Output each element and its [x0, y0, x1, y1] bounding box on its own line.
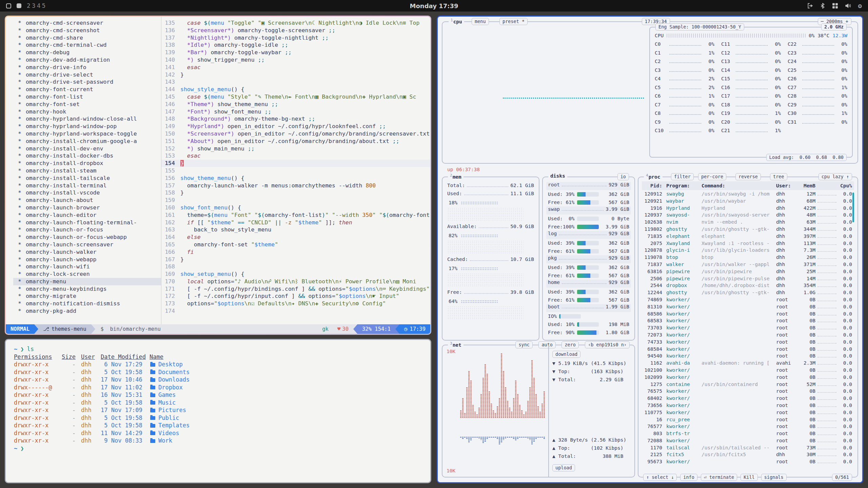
workspace-3[interactable]: 3 [32, 2, 36, 9]
process-row[interactable]: 12244ghostty/usr/bin/ghostty --gtk-dhh1.… [642, 290, 854, 297]
file-list-item[interactable]: *omarchy-install-dev-env [13, 145, 161, 152]
process-row[interactable]: 71835elephantelephantdhh397M0.0 [642, 233, 854, 241]
file-list-item[interactable]: *omarchy-font-set [13, 101, 161, 108]
process-row[interactable]: 1162avahi-daavahi-daemon: running [avahi… [642, 360, 854, 367]
file-list-item[interactable]: *omarchy-launch-floating-terminal- [13, 219, 161, 226]
file-list-item[interactable]: *omarchy-launch-about [13, 197, 161, 204]
file-list-item[interactable]: *omarchy-drive-select [13, 71, 161, 79]
code-line[interactable]: 168 [161, 263, 430, 270]
file-list-item[interactable]: *omarchy-notification-dismiss [13, 300, 161, 307]
file-list-item[interactable]: *omarchy-launch-walker [13, 248, 161, 256]
select-button[interactable]: ↑ select ↓ [643, 474, 677, 481]
code-line[interactable]: 142} [161, 71, 430, 79]
file-list-item[interactable]: *omarchy-launch-webapp [13, 256, 161, 263]
workspace-4[interactable]: 4 [37, 2, 41, 9]
code-editor[interactable]: 135 case $(menu "Toggle" "▣ Screensaver\… [161, 17, 430, 324]
code-line[interactable]: 139 *Bar*) omarchy-toggle-waybar ;; [161, 49, 430, 56]
process-row[interactable]: 803btrfs-trroot0B0.0 [642, 431, 854, 438]
file-list-item[interactable]: *omarchy-debug [13, 49, 161, 56]
process-row[interactable]: 76575kworker/root0B0.0 [642, 388, 854, 395]
code-line[interactable]: 147 *Font*) show_font_menu ;; [161, 108, 430, 116]
terminate-button[interactable]: ⏎ terminate [701, 474, 737, 481]
menu-button[interactable]: menu [472, 18, 489, 25]
code-line[interactable]: 161 theme=$(menu "Font" "$(omarchy-font-… [161, 211, 430, 219]
settings-gear-icon[interactable]: ⚙ [858, 3, 862, 9]
code-line[interactable]: 148 *Background*) omarchy-theme-bg-next … [161, 115, 430, 123]
code-line[interactable]: 158} [161, 189, 430, 197]
process-row[interactable]: 120878glycin-i/usr/lib/glycin-loadersdhh… [642, 247, 854, 255]
info-button[interactable]: info [680, 474, 697, 481]
code-line[interactable]: 145 case $(menu "Style" "✎ Theme\n✒ Font… [161, 93, 430, 101]
code-line[interactable]: 171 [ -f ~/.config/hypr/bindings.conf ] … [161, 285, 430, 293]
code-line[interactable]: 172 [ -f ~/.config/hypr/input.conf ] && … [161, 292, 430, 300]
code-line[interactable]: 141 esac [161, 64, 430, 71]
process-row[interactable]: 102638nvimnvim --embed .dhh63M0.0 [642, 219, 854, 226]
file-list-item[interactable]: *omarchy-migrate [13, 292, 161, 300]
file-list-item[interactable]: *omarchy-menu-keybindings [13, 285, 161, 293]
process-row[interactable]: 120937swayosd-/usr/bin/swayosd-serverdhh… [642, 212, 854, 219]
process-row[interactable]: 1275containe/usr/bin/containerdroot52M0.… [642, 382, 854, 389]
process-row[interactable]: 16rcu_preeroot0B0.0 [642, 417, 854, 424]
file-list-item[interactable]: *omarchy-pkg-add [13, 307, 161, 315]
code-line[interactable]: 162 if [[ "$theme" == "CNCLD" || -z "$th… [161, 219, 430, 226]
file-list-item[interactable]: *omarchy-drive-set-password [13, 78, 161, 86]
code-line[interactable]: 135 case $(menu "Toggle" "▣ Screensaver\… [161, 19, 430, 27]
process-row[interactable]: 71837walker/usr/bin/walker --gappldhh371… [642, 262, 854, 269]
process-row[interactable]: 110775kworker/root0B0.0 [642, 410, 854, 417]
workspace-2[interactable]: 2 [27, 2, 31, 9]
preset-button[interactable]: preset * [499, 18, 528, 25]
neovim-window[interactable]: *omarchy-cmd-screensaver*omarchy-cmd-scr… [5, 16, 431, 335]
process-row[interactable]: 120921waybar/usr/bin/waybardhh68M0.0 [642, 198, 854, 205]
file-list-item[interactable]: *omarchy-lock-screen [13, 270, 161, 278]
code-line[interactable]: 152 *) show_main_menu ;; [161, 145, 430, 152]
code-line[interactable]: 153 esac [161, 152, 430, 160]
file-list-item[interactable]: *omarchy-launch-wifi [13, 263, 161, 270]
process-row[interactable]: 2544dropbox/home/dhh/.dropbox-distdhh354… [642, 283, 854, 290]
file-list-item[interactable]: *omarchy-menu [13, 278, 161, 285]
reverse-button[interactable]: reverse [735, 173, 761, 180]
file-list-item[interactable]: *omarchy-install-docker-dbs [13, 152, 161, 160]
code-line[interactable]: 137 *Nightlight*) omarchy-toggle-nightli… [161, 34, 430, 42]
signals-button[interactable]: signals [761, 474, 787, 481]
code-line[interactable]: 140 *) show_trigger_menu ;; [161, 56, 430, 64]
per-core-button[interactable]: per-core [698, 173, 726, 180]
code-line[interactable]: 151 *About*) open_in_editor ~/.config/om… [161, 138, 430, 145]
file-list-item[interactable]: *omarchy-install-steam [13, 167, 161, 175]
code-line[interactable]: 173 options="$options\n☑ Defaults\n✦ DNS… [161, 300, 430, 307]
filter-button[interactable]: filter [671, 173, 694, 180]
code-line[interactable]: 167} [161, 256, 430, 263]
terminal-window[interactable]: ~ ❯ ls PermissionsSizeUserDate ModifiedN… [5, 339, 431, 483]
process-row[interactable]: 2506pipewire/usr/bin/pipewire-pulsedhh14… [642, 276, 854, 283]
file-list-item[interactable]: *omarchy-cmd-screenshot [13, 27, 161, 34]
code-line[interactable]: 174 [161, 307, 430, 315]
file-list-item[interactable]: *omarchy-install-chromium-google-a [13, 138, 161, 145]
process-columns[interactable]: Pid: Program: Command: User: MemB Cpu% [642, 181, 854, 190]
volume-icon[interactable] [845, 3, 851, 9]
file-list-item[interactable]: *omarchy-install-terminal [13, 182, 161, 189]
process-row[interactable]: 102100kworker/root0B0.0 [642, 367, 854, 374]
code-line[interactable]: 146 *Theme*) show_theme_menu ;; [161, 101, 430, 108]
process-row[interactable]: 68586kworker/root0B0.0 [642, 311, 854, 318]
process-row[interactable]: 68402kworker/root0B0.0 [642, 395, 854, 403]
scrollbar[interactable] [852, 192, 854, 222]
process-row[interactable]: 1170tailscal/usr/sbin/tailscaled --root7… [642, 445, 854, 452]
file-list-item[interactable]: *omarchy-hyprland-window-close-all [13, 115, 161, 123]
code-line[interactable]: 169show_setup_menu() { [161, 270, 430, 278]
process-row[interactable]: 1916HyprlandHyprlanddhh422M0.0 [642, 205, 854, 212]
process-row[interactable]: 94540kworker/root0B0.0 [642, 353, 854, 360]
file-list-item[interactable]: *omarchy-launch-screensaver [13, 241, 161, 248]
file-list-item[interactable]: *omarchy-launch-or-focus [13, 226, 161, 233]
process-row[interactable]: 72088kworker/root0B0.0 [642, 438, 854, 445]
process-row[interactable]: 76577kworker/root0B0.0 [642, 424, 854, 431]
process-row[interactable]: 72073kworker/root0B0.0 [642, 332, 854, 339]
process-row[interactable]: 119802ghostty/usr/bin/ghostty --gtk-dhh3… [642, 226, 854, 233]
file-list-item[interactable]: *omarchy-drive-info [13, 64, 161, 71]
code-line[interactable]: 144show_style_menu() { [161, 86, 430, 93]
file-list-item[interactable]: *omarchy-install-vscode [13, 189, 161, 197]
code-line[interactable]: 157 omarchy-launch-walker -m menus:omarc… [161, 182, 430, 189]
file-list-item[interactable]: *omarchy-font-list [13, 93, 161, 101]
file-list[interactable]: *omarchy-cmd-screensaver*omarchy-cmd-scr… [6, 17, 161, 324]
file-list-item[interactable]: *omarchy-hook [13, 108, 161, 116]
code-line[interactable]: 155 [161, 167, 430, 175]
process-row[interactable]: 119078btopbtopdhh26M0.0 [642, 255, 854, 262]
